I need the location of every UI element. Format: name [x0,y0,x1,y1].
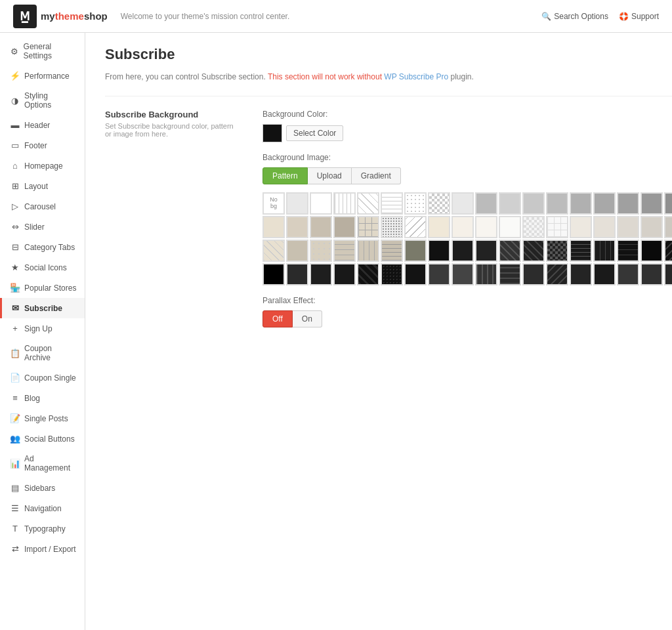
sidebar-item-header[interactable]: ▬ Header [0,115,85,135]
pattern-cell-r3-6[interactable] [381,240,403,262]
pattern-cell-1[interactable] [286,192,308,215]
sidebar-item-sign-up[interactable]: + Sign Up [0,318,85,339]
pattern-cell-r3-12[interactable] [522,240,545,262]
pattern-cell-r4-1[interactable] [262,263,285,285]
pattern-cell-r2-8[interactable] [428,216,450,238]
pattern-cell-3[interactable] [333,192,356,215]
pattern-cell-r3-11[interactable] [499,240,521,262]
pattern-cell-r2-18[interactable] [664,216,672,238]
sidebar-item-category-tabs[interactable]: ⊟ Category Tabs [0,237,85,257]
pattern-cell-r3-8[interactable] [428,240,450,262]
sidebar-item-popular-stores[interactable]: 🏪 Popular Stores [0,278,85,298]
pattern-cell-r3-18[interactable] [664,240,672,262]
pattern-cell-r2-5[interactable] [357,216,379,238]
pattern-cell-9[interactable] [475,192,497,215]
pattern-cell-r2-6[interactable] [381,216,403,238]
sidebar-item-social-icons[interactable]: ★ Social Icons [0,257,85,278]
pattern-cell-r2-11[interactable] [499,216,521,238]
sidebar-item-footer[interactable]: ▭ Footer [0,135,85,156]
pattern-cell-r3-17[interactable] [640,240,663,262]
sidebar-item-carousel[interactable]: ▷ Carousel [0,196,85,217]
pattern-cell-r3-7[interactable] [404,240,427,262]
sidebar-item-single-posts[interactable]: 📝 Single Posts [0,408,85,429]
tab-pattern[interactable]: Pattern [262,167,308,184]
pattern-cell-r4-3[interactable] [310,263,332,285]
pattern-cell-r4-5[interactable] [357,263,379,285]
pattern-cell-15[interactable] [617,192,639,215]
logo[interactable]: M̲ mythemeshop [13,5,108,28]
sidebar-item-coupon-archive[interactable]: 📋 Coupon Archive [0,339,85,368]
pattern-cell-r2-12[interactable] [522,216,545,238]
pattern-cell-r2-3[interactable] [310,216,332,238]
sidebar-item-styling-options[interactable]: ◑ Styling Options [0,86,85,115]
parallax-off-button[interactable]: Off [262,310,293,327]
pattern-cell-r3-15[interactable] [593,240,616,262]
pattern-cell-r4-6[interactable] [381,263,403,285]
pattern-cell-6[interactable] [404,192,427,215]
pattern-cell-14[interactable] [593,192,616,215]
pattern-cell-4[interactable] [357,192,379,215]
pattern-cell-r4-18[interactable] [664,263,672,285]
sidebar-item-slider[interactable]: ⇔ Slider [0,217,85,237]
pattern-cell-r3-9[interactable] [452,240,474,262]
pattern-cell-r2-4[interactable] [333,216,356,238]
tab-upload[interactable]: Upload [308,167,352,184]
pattern-cell-r4-11[interactable] [499,263,521,285]
support-link[interactable]: 🛟 Support [619,12,659,21]
sidebar-item-subscribe[interactable]: ✉ Subscribe [0,298,85,318]
pattern-cell-10[interactable] [499,192,521,215]
pattern-cell-r3-2[interactable] [286,240,308,262]
sidebar-item-coupon-single[interactable]: 📄 Coupon Single [0,368,85,388]
pattern-cell-r4-10[interactable] [475,263,497,285]
sidebar-item-import-export[interactable]: ⇄ Import / Export [0,539,85,559]
pattern-cell-11[interactable] [522,192,545,215]
pattern-cell-r4-9[interactable] [452,263,474,285]
wp-subscribe-pro-link[interactable]: WP Subscribe Pro [384,72,448,81]
pattern-cell-r2-17[interactable] [640,216,663,238]
search-options-link[interactable]: 🔍 Search Options [541,12,608,21]
pattern-cell-r2-13[interactable] [546,216,568,238]
sidebar-item-general-settings[interactable]: ⚙ General Settings [0,37,85,66]
sidebar-item-ad-management[interactable]: 📊 Ad Management [0,449,85,478]
pattern-cell-12[interactable] [546,192,568,215]
pattern-cell-r4-14[interactable] [570,263,592,285]
sidebar-item-blog[interactable]: ≡ Blog [0,388,85,408]
pattern-cell-r3-16[interactable] [617,240,639,262]
pattern-cell-r4-17[interactable] [640,263,663,285]
pattern-cell-r2-9[interactable] [452,216,474,238]
pattern-cell-13[interactable] [570,192,592,215]
pattern-cell-r4-2[interactable] [286,263,308,285]
pattern-cell-r4-7[interactable] [404,263,427,285]
pattern-cell-r4-8[interactable] [428,263,450,285]
pattern-cell-r2-7[interactable] [404,216,427,238]
pattern-cell-r3-5[interactable] [357,240,379,262]
pattern-cell-r2-16[interactable] [617,216,639,238]
sidebar-item-sidebars[interactable]: ▤ Sidebars [0,478,85,498]
pattern-cell-r3-3[interactable] [310,240,332,262]
pattern-cell-r3-1[interactable] [262,240,285,262]
sidebar-item-typography[interactable]: T Typography [0,518,85,539]
pattern-cell-5[interactable] [381,192,403,215]
pattern-cell-r2-14[interactable] [570,216,592,238]
pattern-cell-r4-12[interactable] [522,263,545,285]
pattern-cell-r3-13[interactable] [546,240,568,262]
pattern-cell-7[interactable] [428,192,450,215]
pattern-cell-8[interactable] [452,192,474,215]
select-color-button[interactable]: Select Color [286,125,343,141]
pattern-cell-r2-1[interactable] [262,216,285,238]
pattern-cell-r4-13[interactable] [546,263,568,285]
sidebar-item-social-buttons[interactable]: 👥 Social Buttons [0,429,85,449]
sidebar-item-homepage[interactable]: ⌂ Homepage [0,156,85,176]
pattern-cell-no-bg[interactable]: Nobg [262,192,285,215]
pattern-cell-17[interactable] [664,192,672,215]
pattern-cell-r4-15[interactable] [593,263,616,285]
pattern-cell-r4-16[interactable] [617,263,639,285]
pattern-cell-2[interactable] [310,192,332,215]
pattern-cell-r2-10[interactable] [475,216,497,238]
pattern-cell-16[interactable] [640,192,663,215]
pattern-cell-r4-4[interactable] [333,263,356,285]
sidebar-item-navigation[interactable]: ☰ Navigation [0,498,85,518]
pattern-cell-r2-2[interactable] [286,216,308,238]
pattern-cell-r3-4[interactable] [333,240,356,262]
tab-gradient[interactable]: Gradient [352,167,401,184]
